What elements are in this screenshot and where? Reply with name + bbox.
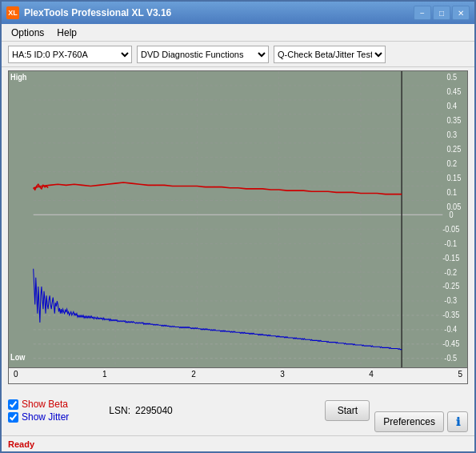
menu-bar: Options Help: [2, 24, 474, 42]
x-axis-labels: 0 1 2 3 4 5: [9, 368, 467, 380]
action-buttons: Start Preferences ℹ: [325, 389, 468, 432]
svg-text:-0.1: -0.1: [444, 239, 457, 247]
svg-text:0.45: 0.45: [446, 87, 461, 96]
svg-text:0.35: 0.35: [446, 116, 461, 125]
menu-options[interactable]: Options: [5, 26, 50, 40]
x-label-5: 5: [458, 370, 462, 379]
show-beta-label: Show Beta: [22, 399, 68, 410]
x-label-3: 3: [280, 370, 285, 379]
x-label-1: 1: [102, 370, 107, 379]
app-icon: XL: [6, 6, 19, 19]
show-beta-row: Show Beta: [8, 399, 69, 410]
title-bar-left: XL PlexTools Professional XL V3.16: [6, 6, 171, 19]
svg-text:-0.25: -0.25: [442, 282, 459, 291]
svg-text:0.1: 0.1: [446, 187, 457, 196]
svg-text:0.5: 0.5: [446, 73, 457, 82]
x-label-2: 2: [191, 370, 196, 379]
svg-text:-0.45: -0.45: [442, 339, 459, 348]
show-beta-checkbox[interactable]: [8, 399, 18, 410]
lsn-value: 2295040: [135, 405, 173, 416]
function-select[interactable]: DVD Diagnostic Functions: [137, 46, 269, 63]
x-label-4: 4: [369, 370, 374, 379]
svg-text:-0.35: -0.35: [442, 311, 459, 319]
main-window: XL PlexTools Professional XL V3.16 − □ ✕…: [0, 0, 476, 453]
svg-text:0.25: 0.25: [446, 145, 461, 154]
svg-text:0.15: 0.15: [446, 173, 461, 182]
menu-help[interactable]: Help: [50, 26, 83, 40]
info-button[interactable]: ℹ: [447, 411, 468, 432]
status-bar: Ready: [2, 435, 474, 451]
title-buttons: − □ ✕: [414, 6, 470, 20]
chart-svg: 0.5 0.45 0.4 0.35 0.3 0.25 0.2 0.15 0.1 …: [9, 71, 467, 367]
svg-text:-0.3: -0.3: [444, 296, 457, 305]
svg-text:-0.4: -0.4: [444, 325, 457, 334]
test-select[interactable]: Q-Check Beta/Jitter Test: [274, 46, 386, 63]
close-button[interactable]: ✕: [452, 6, 470, 20]
title-bar: XL PlexTools Professional XL V3.16 − □ ✕: [2, 2, 474, 24]
drive-select[interactable]: HA:5 ID:0 PX-760A: [8, 46, 132, 63]
bottom-controls: Show Beta Show Jitter LSN: 2295040 Start…: [2, 384, 474, 435]
chart-area: 0.5 0.45 0.4 0.35 0.3 0.25 0.2 0.15 0.1 …: [8, 70, 468, 368]
maximize-button[interactable]: □: [433, 6, 450, 20]
show-jitter-label: Show Jitter: [22, 411, 69, 423]
start-button[interactable]: Start: [325, 400, 370, 421]
svg-text:-0.2: -0.2: [444, 267, 457, 276]
svg-text:-0.5: -0.5: [444, 354, 457, 363]
x-label-0: 0: [14, 370, 18, 379]
svg-text:-0.15: -0.15: [442, 253, 459, 262]
svg-rect-0: [9, 71, 467, 367]
svg-text:0.3: 0.3: [446, 130, 457, 139]
lsn-label: LSN:: [109, 405, 130, 416]
lsn-area: LSN: 2295040: [109, 405, 172, 416]
svg-text:High: High: [10, 73, 27, 82]
checkbox-area: Show Beta Show Jitter: [8, 399, 69, 423]
show-jitter-checkbox[interactable]: [8, 412, 18, 423]
svg-text:0: 0: [449, 210, 453, 218]
x-axis: 0 1 2 3 4 5: [8, 368, 468, 384]
toolbar: HA:5 ID:0 PX-760A DVD Diagnostic Functio…: [2, 42, 474, 67]
status-text: Ready: [8, 439, 34, 449]
window-title: PlexTools Professional XL V3.16: [24, 7, 171, 18]
svg-text:Low: Low: [10, 353, 26, 362]
minimize-button[interactable]: −: [414, 6, 431, 20]
svg-text:0.2: 0.2: [446, 158, 457, 167]
svg-text:-0.05: -0.05: [442, 224, 459, 233]
svg-text:0.4: 0.4: [446, 102, 457, 110]
preferences-button[interactable]: Preferences: [374, 411, 444, 432]
show-jitter-row: Show Jitter: [8, 411, 69, 423]
